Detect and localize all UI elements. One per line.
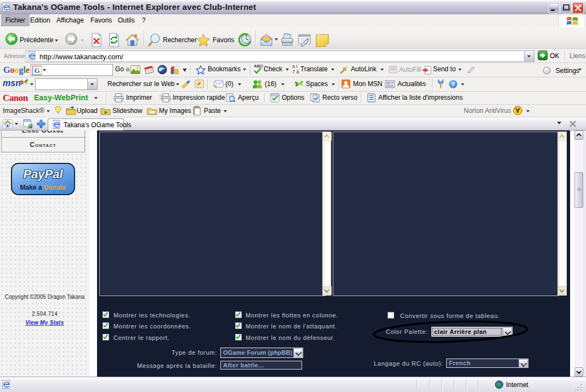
svg-text:?: ? (451, 81, 455, 88)
